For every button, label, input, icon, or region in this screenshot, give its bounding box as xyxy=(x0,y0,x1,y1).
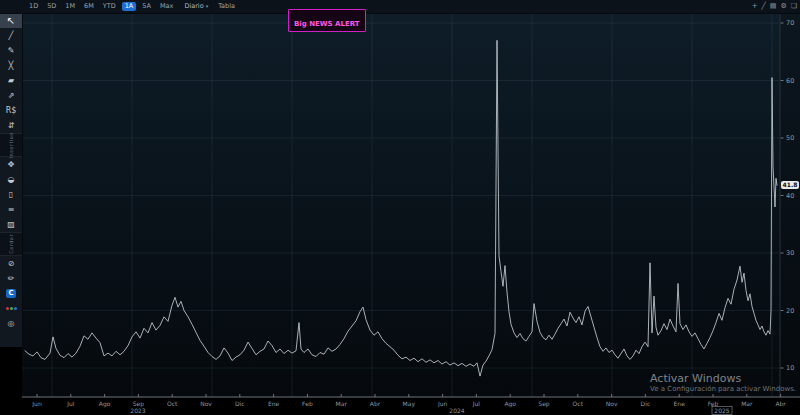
price-chart[interactable]: JunJulAgoSepOctNovDicEneFebMarAbrMayJunJ… xyxy=(0,0,800,415)
comment-icon: C xyxy=(6,289,16,298)
line-icon[interactable]: ╱ xyxy=(762,3,766,10)
tool-group-tab-insertion[interactable]: Insertion xyxy=(0,133,22,157)
magnet-tool[interactable]: ◒ xyxy=(0,172,22,187)
compare-tool[interactable]: ⇵ xyxy=(0,118,22,133)
tool-group-tab-cardar[interactable]: Cardar xyxy=(0,232,22,256)
month-label: May xyxy=(403,400,416,408)
period-button-1d[interactable]: 1D xyxy=(26,2,41,11)
period-buttons: 1D5D1M6MYTD1A5AMax xyxy=(26,2,176,11)
month-label: Sep xyxy=(538,400,550,408)
last-price-badge[interactable]: 41.8 xyxy=(781,181,799,189)
price-axis-panel xyxy=(780,13,800,397)
watermark-subtitle: Ve a Configuración para activar Windows. xyxy=(650,385,796,394)
arrow-icon: ⇗ xyxy=(8,92,15,100)
month-label: Feb xyxy=(708,400,719,407)
month-label: Nov xyxy=(200,400,212,407)
pattern-tool[interactable]: ▨ xyxy=(0,217,22,232)
watermark-title: Activar Windows xyxy=(650,372,796,385)
price-tick-label: 50 xyxy=(786,134,794,142)
windows-activation-watermark: Activar Windows Ve a Configuración para … xyxy=(650,372,796,394)
month-label: Abr xyxy=(775,400,786,407)
month-label: Dic xyxy=(235,400,245,407)
eraser-tool[interactable]: ⊘ xyxy=(0,256,22,271)
month-label: Ago xyxy=(504,400,516,408)
fullscreen-icon[interactable]: ❏ xyxy=(791,3,797,10)
lines-tool[interactable]: ≡ xyxy=(0,202,22,217)
cross-line-tool[interactable]: ╳ xyxy=(0,58,22,73)
month-label: Feb xyxy=(302,400,313,407)
month-label: Mar xyxy=(336,400,348,407)
period-button-5a[interactable]: 5A xyxy=(139,2,154,11)
target-icon: ◎ xyxy=(8,320,15,328)
table-button[interactable]: Tabla xyxy=(218,3,235,10)
pencil-tool[interactable]: ✎ xyxy=(0,43,22,58)
magnet-icon: ◒ xyxy=(8,176,15,184)
pencil-icon: ✎ xyxy=(8,47,15,55)
cursor-tool[interactable]: ↖ xyxy=(0,13,22,28)
month-label: Oct xyxy=(167,400,178,407)
target-tool[interactable]: ◎ xyxy=(0,316,22,331)
channel-tool[interactable]: ▰ xyxy=(0,73,22,88)
rectangle-icon: ▯ xyxy=(9,191,13,199)
price-tick-label: 70 xyxy=(786,19,794,27)
month-label: Dic xyxy=(641,400,651,407)
period-button-6m[interactable]: 6M xyxy=(81,2,97,11)
palette-tool[interactable] xyxy=(0,301,22,316)
news-alert-annotation[interactable]: Big NEWS ALERT xyxy=(288,9,366,32)
move-icon: ✥ xyxy=(8,161,15,169)
month-label: Abr xyxy=(370,400,381,407)
channel-icon: ▰ xyxy=(8,77,14,85)
year-label: 2025 xyxy=(714,407,729,414)
price-tick-label: 30 xyxy=(786,249,794,257)
palette-icon xyxy=(6,307,17,310)
eraser-icon: ⊘ xyxy=(8,260,15,268)
plus-icon[interactable]: + xyxy=(752,3,758,10)
pattern-icon: ▨ xyxy=(7,221,15,229)
gear-icon[interactable]: ⚙ xyxy=(780,3,786,10)
rectangle-tool[interactable]: ▯ xyxy=(0,187,22,202)
brush-icon: ✏ xyxy=(8,275,15,283)
trend-line-icon: ╱ xyxy=(9,32,14,40)
cross-line-icon: ╳ xyxy=(9,62,14,70)
month-label: Ene xyxy=(268,400,280,407)
news-alert-label: Big NEWS ALERT xyxy=(294,20,360,28)
topbar-right-icons: +╱▤⚙❏ xyxy=(752,0,797,13)
year-label: 2023 xyxy=(130,407,145,414)
month-label: Jul xyxy=(66,400,75,408)
comment-tool[interactable]: C xyxy=(0,286,22,301)
interval-dropdown[interactable]: Diario ▾ xyxy=(184,3,208,10)
period-button-ytd[interactable]: YTD xyxy=(100,2,119,11)
month-label: Ene xyxy=(674,400,686,407)
chevron-down-icon: ▾ xyxy=(206,4,209,9)
interval-label: Diario xyxy=(184,3,203,10)
month-label: Mar xyxy=(741,400,753,407)
lines-icon: ≡ xyxy=(8,206,15,214)
tool-group-tab-label: Cardar xyxy=(9,234,14,254)
tool-group-tab-label: Insertion xyxy=(9,132,14,158)
arrow-tool[interactable]: ⇗ xyxy=(0,88,22,103)
compare-icon: ⇵ xyxy=(8,122,15,130)
panel-icon[interactable]: ▤ xyxy=(770,3,777,10)
month-label: Nov xyxy=(606,400,618,407)
period-button-max[interactable]: Max xyxy=(157,2,176,11)
chart-background xyxy=(22,13,780,397)
month-label: Jun xyxy=(31,400,42,408)
trend-line-tool[interactable]: ╱ xyxy=(0,28,22,43)
period-button-5d[interactable]: 5D xyxy=(44,2,59,11)
brush-tool[interactable]: ✏ xyxy=(0,271,22,286)
year-label: 2024 xyxy=(449,407,464,414)
month-label: Oct xyxy=(573,400,584,407)
chart-toolbar: 1D5D1M6MYTD1A5AMax Diario ▾ Tabla +╱▤⚙❏ xyxy=(0,0,800,14)
cursor-icon: ↖ xyxy=(7,16,15,26)
month-label: Jun xyxy=(437,400,448,408)
month-label: Ago xyxy=(99,400,111,408)
price-tick-label: 40 xyxy=(786,192,794,200)
period-button-1m[interactable]: 1M xyxy=(62,2,78,11)
price-tick-label: 20 xyxy=(786,307,794,315)
move-tool[interactable]: ✥ xyxy=(0,157,22,172)
rsi-tool[interactable]: R$ xyxy=(0,103,22,118)
month-label: Jul xyxy=(472,400,481,408)
price-tick-label: 60 xyxy=(786,77,794,85)
period-button-1a[interactable]: 1A xyxy=(122,2,137,11)
rsi-icon: R$ xyxy=(6,107,17,115)
